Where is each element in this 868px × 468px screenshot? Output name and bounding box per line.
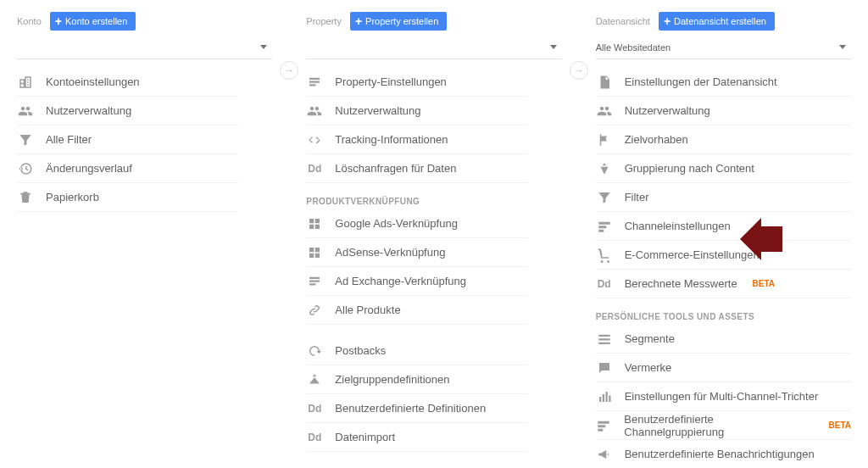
item-custom-channel-grouping[interactable]: Benutzerdefinierte Channelgruppierung BE…	[596, 411, 851, 440]
item-view-users[interactable]: Nutzerverwaltung	[596, 97, 851, 125]
svg-rect-10	[598, 229, 604, 231]
item-annotations[interactable]: Vermerke	[596, 354, 851, 382]
item-property-settings[interactable]: Property-Einstellungen	[306, 68, 527, 97]
item-account-settings[interactable]: Kontoeinstellungen	[17, 68, 238, 97]
list-icon	[306, 74, 323, 91]
channel-icon	[596, 218, 613, 235]
item-segments[interactable]: Segmente	[596, 325, 851, 354]
item-multichannel-settings[interactable]: Einstellungen für Multi-Channel-Trichter	[596, 382, 851, 411]
plus-icon: +	[55, 15, 62, 27]
note-icon	[596, 359, 613, 376]
segments-icon	[596, 331, 613, 348]
channel-icon	[596, 417, 613, 434]
view-column: Datenansicht + Datenansicht erstellen Al…	[579, 0, 868, 468]
dd-icon: Dd	[306, 429, 323, 446]
account-label: Konto	[17, 16, 42, 26]
item-adexchange-linking[interactable]: Ad Exchange-Verknüpfung	[306, 267, 527, 296]
item-google-ads-linking[interactable]: Google Ads-Verknüpfung	[306, 209, 527, 238]
svg-rect-5	[315, 248, 320, 252]
item-all-filters[interactable]: Alle Filter	[17, 125, 238, 154]
history-icon	[17, 160, 34, 177]
create-property-label: Property erstellen	[365, 16, 438, 26]
plus-icon: +	[664, 15, 670, 27]
caret-down-icon	[550, 45, 557, 49]
account-selector[interactable]	[17, 36, 272, 59]
create-view-label: Datenansicht erstellen	[674, 16, 766, 26]
funnel-icon	[17, 131, 34, 148]
item-content-grouping[interactable]: Gruppierung nach Content	[596, 154, 851, 183]
item-ecommerce-settings[interactable]: E-Commerce-Einstellungen	[596, 241, 851, 270]
link-icon	[306, 302, 323, 319]
create-property-button[interactable]: + Property erstellen	[350, 12, 447, 31]
content-group-icon	[596, 160, 613, 177]
users-icon	[17, 103, 34, 120]
item-trash[interactable]: Papierkorb	[17, 183, 238, 212]
svg-rect-4	[309, 248, 314, 252]
svg-rect-7	[315, 253, 320, 257]
create-account-button[interactable]: + Konto erstellen	[50, 12, 136, 31]
svg-rect-2	[309, 224, 314, 228]
item-property-users[interactable]: Nutzerverwaltung	[306, 97, 527, 125]
item-channel-settings[interactable]: Channeleinstellungen	[596, 212, 851, 241]
svg-rect-20	[598, 428, 604, 431]
building-icon	[17, 74, 34, 91]
product-linking-heading: PRODUKTVERKNÜPFUNG	[306, 197, 561, 206]
grid-icon	[306, 215, 323, 232]
view-header: Datenansicht + Datenansicht erstellen	[596, 12, 851, 31]
item-audience-definitions[interactable]: Zielgruppendefinitionen	[306, 365, 527, 394]
item-account-users[interactable]: Nutzerverwaltung	[17, 97, 238, 125]
svg-rect-17	[609, 395, 610, 402]
item-custom-definitions[interactable]: Dd Benutzerdefinierte Definitionen	[306, 394, 527, 423]
property-label: Property	[306, 16, 342, 26]
users-icon	[596, 103, 613, 120]
svg-rect-16	[605, 392, 607, 402]
item-all-products[interactable]: Alle Produkte	[306, 296, 527, 325]
postback-icon	[306, 343, 323, 359]
svg-rect-13	[598, 342, 610, 343]
list-icon	[306, 273, 323, 290]
view-selector[interactable]: Alle Websitedaten	[596, 36, 851, 59]
dd-icon: Dd	[306, 160, 323, 177]
item-data-deletion[interactable]: Dd Löschanfragen für Daten	[306, 154, 527, 183]
create-account-label: Konto erstellen	[65, 16, 127, 26]
svg-rect-6	[309, 253, 314, 257]
users-icon	[306, 103, 323, 120]
item-adsense-linking[interactable]: AdSense-Verknüpfung	[306, 238, 527, 267]
caret-down-icon	[260, 45, 267, 49]
svg-rect-1	[315, 219, 320, 223]
item-postbacks[interactable]: Postbacks	[306, 337, 527, 365]
bars-icon	[596, 388, 613, 405]
account-column: Konto + Konto erstellen Kontoeinstellung…	[0, 0, 289, 468]
property-selector[interactable]	[306, 36, 561, 59]
view-label: Datenansicht	[596, 16, 650, 26]
caret-down-icon	[839, 45, 846, 49]
svg-rect-18	[598, 421, 610, 423]
svg-rect-0	[309, 219, 314, 223]
account-header: Konto + Konto erstellen	[17, 12, 272, 31]
item-goals[interactable]: Zielvorhaben	[596, 125, 851, 154]
property-column: Property + Property erstellen Property-E…	[289, 0, 578, 468]
item-view-filters[interactable]: Filter	[596, 183, 851, 212]
item-change-history[interactable]: Änderungsverlauf	[17, 154, 238, 183]
svg-rect-11	[598, 334, 610, 336]
svg-rect-14	[599, 397, 601, 402]
beta-badge: BETA	[829, 421, 851, 430]
beta-badge: BETA	[753, 279, 775, 288]
flag-icon	[596, 131, 613, 148]
svg-rect-8	[598, 221, 610, 224]
item-data-import[interactable]: Dd Datenimport	[306, 423, 527, 452]
funnel-icon	[596, 189, 613, 206]
svg-rect-3	[315, 224, 320, 228]
item-tracking-info[interactable]: Tracking-Informationen	[306, 125, 527, 154]
item-view-settings[interactable]: Einstellungen der Datenansicht	[596, 68, 851, 97]
document-icon	[596, 74, 613, 91]
item-custom-alerts[interactable]: Benutzerdefinierte Benachrichtigungen	[596, 440, 851, 468]
svg-rect-9	[598, 226, 606, 228]
grid-icon	[306, 244, 323, 261]
item-calculated-metrics[interactable]: Dd Berechnete Messwerte BETA	[596, 270, 851, 298]
create-view-button[interactable]: + Datenansicht erstellen	[659, 12, 775, 31]
trash-icon	[17, 189, 34, 206]
personal-tools-heading: PERSÖNLICHE TOOLS UND ASSETS	[596, 312, 851, 321]
svg-rect-19	[598, 425, 606, 427]
dd-icon: Dd	[596, 276, 613, 292]
